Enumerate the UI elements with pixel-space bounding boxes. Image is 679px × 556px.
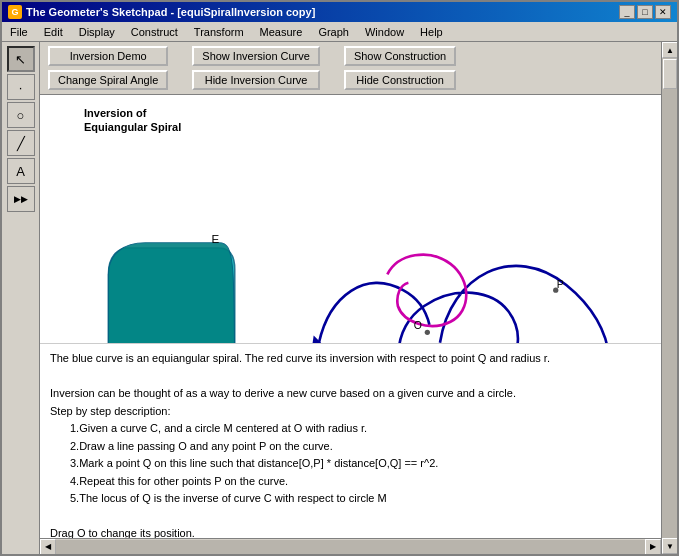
menu-help[interactable]: Help [412, 24, 451, 40]
menu-graph[interactable]: Graph [310, 24, 357, 40]
svg-text:P: P [557, 278, 564, 290]
svg-point-9 [425, 330, 430, 335]
title-controls: _ □ ✕ [619, 5, 671, 19]
title-bar: G The Geometer's Sketchpad - [equiSpiral… [2, 2, 677, 22]
minimize-button[interactable]: _ [619, 5, 635, 19]
menu-edit[interactable]: Edit [36, 24, 71, 40]
vertical-scrollbar: ▲ ▼ [661, 42, 677, 554]
description-area: The blue curve is an equiangular spiral.… [40, 343, 661, 538]
v-scroll-thumb[interactable] [663, 59, 677, 89]
menu-display[interactable]: Display [71, 24, 123, 40]
desc-blank1 [50, 368, 651, 385]
desc-line3: Inversion can be thought of as a way to … [50, 385, 651, 402]
scroll-up-button[interactable]: ▲ [662, 42, 677, 58]
v-scroll-track[interactable] [662, 58, 677, 538]
desc-line4: Step by step description: [50, 403, 651, 420]
menu-window[interactable]: Window [357, 24, 412, 40]
menu-bar: File Edit Display Construct Transform Me… [2, 22, 677, 42]
desc-step2: 2.Draw a line passing O and any point P … [50, 438, 651, 455]
change-spiral-angle-button[interactable]: Change Spiral Angle [48, 70, 168, 90]
menu-transform[interactable]: Transform [186, 24, 252, 40]
custom-tool[interactable]: ▶▶ [7, 186, 35, 212]
window-title: The Geometer's Sketchpad - [equiSpiralIn… [26, 6, 315, 18]
menu-construct[interactable]: Construct [123, 24, 186, 40]
h-scroll-track[interactable] [56, 540, 645, 554]
desc-step5: 5.The locus of Q is the inverse of curve… [50, 490, 651, 507]
hide-construction-button[interactable]: Hide Construction [344, 70, 456, 90]
menu-measure[interactable]: Measure [252, 24, 311, 40]
text-tool[interactable]: A [7, 158, 35, 184]
hide-inversion-curve-button[interactable]: Hide Inversion Curve [192, 70, 320, 90]
desc-step1: 1.Given a curve C, and a circle M center… [50, 420, 651, 437]
select-tool[interactable]: ↖ [7, 46, 35, 72]
drawing-area: Inversion of Equiangular Spiral E [40, 95, 661, 538]
app-icon: G [8, 5, 22, 19]
show-construction-button[interactable]: Show Construction [344, 46, 456, 66]
title-line2: Equiangular Spiral [84, 121, 181, 133]
point-tool[interactable]: · [7, 74, 35, 100]
toolbar: ↖ · ○ ╱ A ▶▶ [2, 42, 40, 554]
main-content: ↖ · ○ ╱ A ▶▶ Inversion Demo Change Spira… [2, 42, 677, 554]
desc-step3: 3.Mark a point Q on this line such that … [50, 455, 651, 472]
title-line1: Inversion of [84, 107, 146, 119]
svg-text:O: O [414, 319, 422, 331]
canvas-area: Inversion Demo Change Spiral Angle Show … [40, 42, 661, 554]
menu-file[interactable]: File [2, 24, 36, 40]
svg-text:E: E [212, 233, 220, 245]
desc-step4: 4.Repeat this for other points P on the … [50, 473, 651, 490]
desc-line1: The blue curve is an equiangular spiral.… [50, 350, 651, 367]
desc-blank2 [50, 508, 651, 525]
scroll-left-button[interactable]: ◀ [40, 539, 56, 555]
button-bar: Inversion Demo Change Spiral Angle Show … [40, 42, 661, 95]
maximize-button[interactable]: □ [637, 5, 653, 19]
scroll-right-button[interactable]: ▶ [645, 539, 661, 555]
show-inversion-curve-button[interactable]: Show Inversion Curve [192, 46, 320, 66]
main-window: G The Geometer's Sketchpad - [equiSpiral… [0, 0, 679, 556]
close-button[interactable]: ✕ [655, 5, 671, 19]
line-tool[interactable]: ╱ [7, 130, 35, 156]
inversion-demo-button[interactable]: Inversion Demo [48, 46, 168, 66]
desc-drag1: Drag O to change its position. [50, 525, 651, 538]
circle-tool[interactable]: ○ [7, 102, 35, 128]
scroll-down-button[interactable]: ▼ [662, 538, 677, 554]
horizontal-scrollbar: ◀ ▶ [40, 538, 661, 554]
